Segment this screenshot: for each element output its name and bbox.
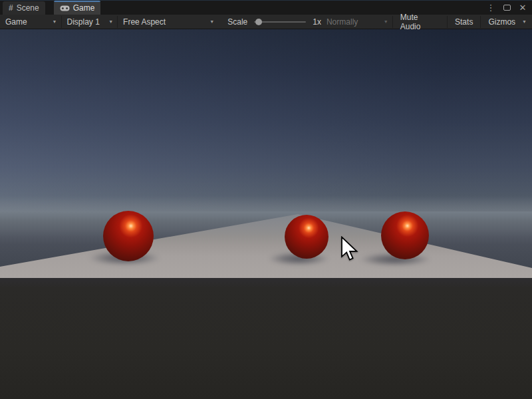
aspect-ratio-label: Free Aspect	[123, 17, 166, 27]
aspect-ratio-dropdown[interactable]: Free Aspect ▼	[118, 15, 218, 29]
stats-button[interactable]: Stats	[448, 15, 480, 29]
display-label: Display 1	[67, 17, 100, 27]
game-view-toolbar: Game ▼ Display 1 ▼ Free Aspect ▼ Scale 1…	[0, 15, 532, 29]
playmode-display-label: Normally	[327, 17, 358, 27]
scale-control: Scale 1x	[227, 17, 321, 27]
gizmos-label: Gizmos	[488, 17, 515, 27]
display-dropdown[interactable]: Display 1 ▼	[62, 15, 118, 29]
grid-icon: #	[9, 3, 13, 13]
scale-slider-knob[interactable]	[255, 19, 262, 25]
kebab-menu-icon[interactable]: ⋮	[485, 3, 496, 13]
tab-game-label: Game	[73, 3, 95, 13]
mute-audio-label: Mute Audio	[400, 13, 440, 31]
game-viewport[interactable]	[0, 29, 532, 399]
red-sphere	[103, 211, 154, 261]
gizmos-dropdown-arrow[interactable]: ▼	[518, 15, 532, 29]
maximize-glyph	[503, 5, 511, 11]
sky-gradient	[0, 29, 532, 213]
window-controls: ⋮ ✕	[485, 3, 532, 13]
chevron-down-icon: ▼	[104, 19, 113, 24]
chevron-down-icon: ▼	[205, 19, 214, 24]
tab-scene[interactable]: # Scene	[3, 1, 45, 15]
toolbar-right-group: Normally ▼ Mute Audio Stats Gizmos ▼	[321, 15, 532, 29]
horizon-fog	[0, 196, 532, 245]
tab-bar: # Scene Game ⋮ ✕	[0, 0, 532, 15]
mute-audio-button[interactable]: Mute Audio	[393, 15, 447, 29]
tab-game[interactable]: Game	[54, 1, 101, 15]
maximize-icon[interactable]	[501, 3, 512, 13]
unity-editor-window: # Scene Game ⋮ ✕ Game ▼	[0, 0, 532, 399]
gamepad-icon	[60, 5, 70, 11]
view-mode-label: Game	[5, 17, 27, 27]
close-icon[interactable]: ✕	[517, 3, 528, 13]
red-sphere	[381, 211, 429, 259]
near-foreground	[0, 278, 532, 399]
scale-slider[interactable]	[254, 18, 306, 26]
chevron-down-icon: ▼	[49, 19, 57, 24]
chevron-down-icon: ▼	[380, 19, 388, 24]
red-sphere	[285, 215, 329, 259]
stats-label: Stats	[455, 17, 473, 27]
playmode-display-dropdown[interactable]: Normally ▼	[321, 15, 392, 29]
gizmos-button[interactable]: Gizmos	[481, 15, 518, 29]
tab-scene-label: Scene	[17, 3, 39, 13]
mouse-cursor-icon	[340, 236, 359, 263]
scale-label: Scale	[227, 17, 247, 27]
view-mode-dropdown[interactable]: Game ▼	[0, 15, 61, 29]
scale-value: 1x	[313, 17, 321, 27]
